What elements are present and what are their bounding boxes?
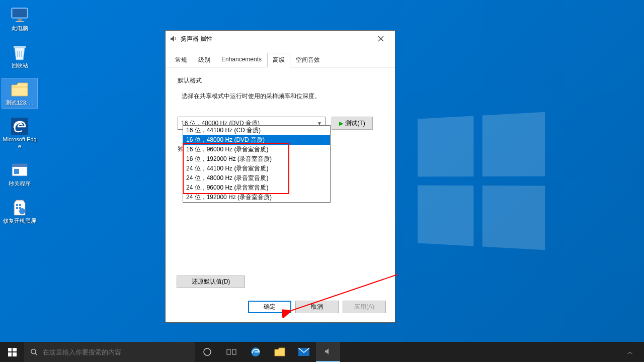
format-option[interactable]: 24 位，96000 Hz (录音室音质) — [183, 183, 330, 193]
svg-rect-10 — [19, 204, 21, 206]
cortana-icon — [203, 347, 212, 356]
desktop-icon-edge[interactable]: Microsoft Edge — [2, 115, 37, 152]
format-dropdown-list: 16 位，44100 Hz (CD 音质) 16 位，48000 Hz (DVD… — [183, 125, 331, 203]
svg-rect-9 — [16, 204, 18, 206]
svg-rect-11 — [16, 207, 18, 209]
desktop-icon-label: 此电脑 — [12, 25, 28, 32]
apply-button[interactable]: 应用(A) — [343, 301, 386, 313]
desktop-icon-folder-test[interactable]: 测试123. . . — [2, 78, 37, 109]
svg-rect-18 — [227, 349, 230, 354]
search-input[interactable] — [43, 348, 189, 356]
format-option[interactable]: 24 位，48000 Hz (录音室音质) — [183, 173, 330, 183]
folder-icon — [10, 80, 30, 99]
svg-rect-3 — [16, 21, 24, 22]
group-default-format-label: 默认格式 — [178, 76, 383, 85]
monitor-icon — [10, 6, 30, 24]
format-option[interactable]: 16 位，96000 Hz (录音室音质) — [183, 145, 330, 154]
edge-icon — [250, 346, 261, 357]
tab-general[interactable]: 常规 — [170, 53, 193, 67]
speaker-icon — [324, 347, 333, 356]
format-option[interactable]: 24 位，192000 Hz (录音室音质) — [183, 193, 330, 202]
svg-point-13 — [19, 208, 25, 214]
taskbar-tray: ︿ — [621, 342, 644, 362]
svg-rect-8 — [14, 169, 19, 174]
svg-rect-4 — [14, 46, 26, 48]
test-button[interactable]: ▶ 测试(T) — [332, 117, 373, 130]
cancel-button[interactable]: 取消 — [295, 301, 339, 313]
dialog-title: 扬声器 属性 — [181, 35, 371, 43]
tabs: 常规 级别 Enhancements 高级 空间音效 — [166, 47, 395, 67]
test-button-label: 测试(T) — [345, 119, 365, 128]
group-default-format-desc: 选择在共享模式中运行时使用的采样频率和位深度。 — [182, 92, 383, 101]
edge-icon — [10, 117, 30, 135]
svg-point-17 — [204, 348, 211, 355]
svg-line-16 — [35, 353, 37, 355]
recycle-bin-icon — [10, 43, 30, 61]
repair-icon — [10, 199, 30, 217]
taskbar-search[interactable] — [24, 342, 195, 362]
taskview-icon — [226, 348, 236, 356]
svg-rect-7 — [12, 164, 27, 167]
windows-logo-bg — [418, 112, 545, 250]
taskbar-edge[interactable] — [244, 342, 268, 362]
svg-rect-1 — [13, 9, 27, 17]
mail-icon — [298, 348, 309, 356]
tray-overflow[interactable]: ︿ — [621, 342, 639, 362]
close-button[interactable] — [371, 32, 391, 46]
tab-levels[interactable]: 级别 — [193, 53, 216, 67]
format-option[interactable]: 16 位，44100 Hz (CD 音质) — [183, 126, 330, 135]
taskbar-cortana[interactable] — [195, 342, 219, 362]
desktop-icon-quick-close[interactable]: 秒关程序 — [2, 159, 37, 190]
taskbar-taskview[interactable] — [219, 342, 244, 362]
taskbar-explorer[interactable] — [268, 342, 292, 362]
format-option[interactable]: 16 位，192000 Hz (录音室音质) — [183, 154, 330, 164]
desktop-icons: 此电脑 回收站 测试123. . . Microsoft Edge 秒关程序 修… — [2, 4, 37, 226]
restore-defaults-button[interactable]: 还原默认值(D) — [177, 276, 245, 288]
tab-advanced[interactable]: 高级 — [267, 53, 290, 67]
desktop-icon-label: Microsoft Edge — [2, 136, 37, 150]
desktop-icon-label: 修复开机黑屏 — [3, 218, 36, 225]
desktop-icon-this-pc[interactable]: 此电脑 — [2, 4, 37, 34]
tab-spatial[interactable]: 空间音效 — [290, 53, 326, 67]
folder-icon — [274, 347, 285, 356]
svg-rect-2 — [18, 19, 22, 21]
dialog-footer: 确定 取消 应用(A) — [248, 301, 386, 313]
taskbar: ︿ — [0, 342, 644, 362]
format-option[interactable]: 24 位，44100 Hz (录音室音质) — [183, 164, 330, 173]
desktop-icon-label: 测试123. . . — [6, 100, 34, 107]
desktop-icon-recycle-bin[interactable]: 回收站 — [2, 41, 37, 71]
start-button[interactable] — [0, 342, 24, 362]
desktop-icon-fix-boot[interactable]: 修复开机黑屏 — [2, 197, 37, 227]
svg-point-15 — [31, 349, 36, 353]
speaker-icon — [170, 35, 178, 43]
windows-icon — [8, 348, 17, 356]
tab-enhancements[interactable]: Enhancements — [216, 53, 267, 67]
chevron-up-icon: ︿ — [627, 348, 633, 356]
desktop-icon-label: 回收站 — [12, 62, 28, 69]
taskbar-apps — [195, 342, 340, 362]
play-icon: ▶ — [339, 120, 343, 127]
desktop-icon-label: 秒关程序 — [9, 180, 31, 188]
taskbar-mail[interactable] — [292, 342, 316, 362]
svg-rect-19 — [232, 349, 236, 354]
close-icon — [378, 36, 384, 42]
format-option[interactable]: 16 位，48000 Hz (DVD 音质) — [183, 135, 330, 145]
ok-button[interactable]: 确定 — [248, 301, 291, 313]
app-icon — [10, 161, 30, 179]
taskbar-sound-dialog[interactable] — [316, 342, 340, 362]
search-icon — [30, 348, 38, 356]
titlebar[interactable]: 扬声器 属性 — [166, 31, 395, 47]
